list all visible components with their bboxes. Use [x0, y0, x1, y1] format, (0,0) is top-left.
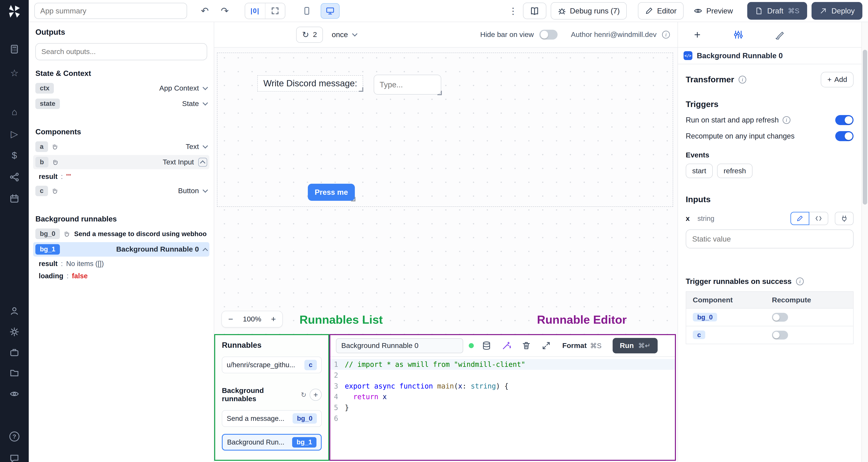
zoom-out-button[interactable]: − [222, 311, 240, 327]
dollar-icon[interactable]: $ [6, 147, 23, 164]
expand-icon[interactable] [539, 338, 554, 353]
output-row-state[interactable]: state State [33, 97, 209, 111]
chevron-down-icon[interactable] [203, 143, 208, 148]
recompute-bg0-toggle[interactable] [772, 313, 788, 322]
undo-button[interactable]: ↶ [197, 3, 213, 19]
editor-tab-button[interactable]: Editor [638, 2, 684, 19]
collapse-button[interactable] [198, 158, 207, 167]
cache-icon[interactable] [479, 338, 494, 353]
ctx-badge: ctx [35, 83, 54, 93]
draft-button[interactable]: Draft⌘S [747, 2, 807, 20]
user-icon[interactable] [6, 303, 23, 319]
layout-toggle-group: |0| [245, 3, 285, 19]
static-edit-button[interactable] [790, 212, 809, 225]
bg1-runnable-item[interactable]: Background Run... bg_1 [222, 434, 322, 451]
static-value-input[interactable] [686, 230, 854, 249]
calendar-icon[interactable] [6, 190, 23, 207]
fullscreen-button[interactable] [265, 3, 285, 19]
code-line[interactable]: 5} [330, 402, 675, 413]
scrollbar[interactable] [861, 22, 868, 462]
eye-icon[interactable] [6, 386, 23, 402]
workflow-icon[interactable] [6, 169, 23, 185]
press-me-button[interactable]: Press me [308, 184, 355, 201]
preview-tab-button[interactable]: Preview [688, 2, 738, 19]
panel-layout-button[interactable]: |0| [245, 3, 265, 19]
code-line[interactable]: 3export async function main(x: string) { [330, 381, 675, 392]
play-icon[interactable]: ▷ [6, 126, 23, 142]
info-icon[interactable]: i [739, 76, 746, 84]
desktop-view-button[interactable] [321, 3, 340, 19]
insert-component-tab[interactable]: + [690, 28, 705, 42]
event-chip-start[interactable]: start [686, 164, 713, 178]
component-settings-tab[interactable] [731, 28, 746, 42]
bg0-runnable-item[interactable]: Send a message... bg_0 [222, 410, 322, 427]
script-runnable-item[interactable]: u/henri/scrape_githu... c [222, 357, 322, 373]
mobile-view-button[interactable] [298, 3, 316, 19]
chevron-down-icon[interactable] [203, 187, 208, 193]
code-line[interactable]: 4 return x [330, 391, 675, 402]
text-component[interactable]: Write Discord message: [257, 75, 363, 92]
ai-assistant-icon[interactable] [499, 338, 514, 353]
scrollbar-thumb[interactable] [863, 50, 867, 205]
info-icon[interactable]: i [783, 116, 790, 124]
chevron-down-icon[interactable] [203, 100, 208, 106]
output-row-b[interactable]: b Text Input [33, 155, 209, 169]
star-icon[interactable]: ☆ [6, 65, 23, 81]
format-button[interactable]: Format⌘S [562, 341, 601, 350]
output-row-bg0[interactable]: bg_0 Send a message to discord using web… [33, 227, 209, 241]
run-on-start-toggle[interactable] [835, 115, 854, 125]
recompute-toggle[interactable] [835, 131, 854, 141]
delete-icon[interactable] [519, 338, 534, 353]
refresh-count-button[interactable]: ↻ 2 [296, 27, 323, 43]
resize-handle[interactable] [437, 91, 442, 95]
expression-button[interactable] [809, 212, 828, 225]
gear-icon[interactable] [6, 324, 23, 340]
textinput-component[interactable] [374, 75, 441, 95]
app-canvas[interactable]: Write Discord message: Press me − 100% +… [214, 47, 678, 334]
runnable-name-input[interactable] [336, 338, 463, 353]
code-line[interactable]: 1// import * as wmill from "windmill-cli… [330, 359, 675, 370]
connect-plug-button[interactable] [835, 212, 854, 225]
bg0-badge: bg_0 [292, 413, 317, 424]
calculator-icon[interactable] [6, 41, 23, 58]
recompute-c-toggle[interactable] [772, 331, 788, 339]
resize-handle[interactable] [359, 87, 363, 92]
code-line[interactable]: 2 [330, 370, 675, 381]
briefcase-icon[interactable] [6, 344, 23, 361]
redo-button[interactable]: ↷ [217, 3, 232, 19]
grab-hand-icon [52, 159, 59, 166]
code-editor[interactable]: 1// import * as wmill from "windmill-cli… [330, 357, 675, 460]
app-summary-input[interactable] [34, 3, 187, 19]
styling-tab[interactable] [772, 28, 786, 42]
help-icon[interactable]: ? [6, 428, 23, 445]
output-row-c[interactable]: c Button [33, 184, 209, 198]
code-line[interactable]: 6 [330, 413, 675, 424]
chevron-down-icon[interactable] [203, 85, 208, 90]
run-button[interactable]: Run⌘↵ [613, 338, 658, 353]
search-outputs-input[interactable] [35, 43, 207, 60]
home-icon[interactable]: ⌂ [6, 103, 23, 120]
folder-icon[interactable] [6, 365, 23, 381]
output-row-bg1[interactable]: bg_1 Background Runnable 0 [33, 242, 209, 257]
debug-runs-button[interactable]: Debug runs (7) [551, 2, 627, 19]
hide-bar-toggle[interactable] [539, 30, 558, 40]
more-menu-button[interactable]: ⋮ [505, 5, 519, 16]
add-transformer-button[interactable]: +Add [821, 72, 854, 87]
add-background-runnable-button[interactable]: + [310, 389, 322, 401]
frequency-dropdown[interactable]: once [332, 30, 357, 39]
chevron-up-icon[interactable] [203, 248, 208, 253]
type-input[interactable] [374, 75, 441, 95]
info-icon[interactable]: i [662, 31, 670, 38]
chat-icon[interactable] [6, 450, 23, 462]
zoom-in-button[interactable]: + [265, 311, 282, 327]
output-row-a[interactable]: a Text [33, 139, 209, 154]
runnable-editor-panel: Format⌘S Run⌘↵ 1// import * as wmill fro… [329, 334, 676, 461]
resize-handle[interactable] [351, 197, 355, 201]
button-component[interactable]: Press me [308, 184, 355, 201]
output-row-ctx[interactable]: ctx App Context [33, 81, 209, 96]
event-chip-refresh[interactable]: refresh [717, 164, 752, 178]
windmill-logo-icon[interactable] [7, 4, 22, 21]
deploy-button[interactable]: Deploy [811, 2, 862, 20]
docs-button[interactable] [523, 3, 546, 19]
info-icon[interactable]: i [796, 277, 804, 285]
